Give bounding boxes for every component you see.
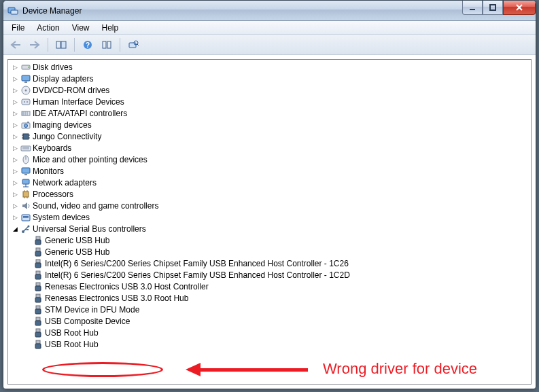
device-tree-pane: ▷Disk drives▷Display adapters▷DVD/CD-ROM…: [7, 59, 532, 385]
device-tree[interactable]: ▷Disk drives▷Display adapters▷DVD/CD-ROM…: [10, 61, 529, 350]
usb-device-icon: [33, 339, 44, 350]
svg-rect-44: [23, 192, 29, 197]
svg-rect-1: [11, 10, 18, 14]
usb-device-item[interactable]: USB Root Hub: [22, 327, 529, 338]
svg-rect-4: [56, 41, 60, 48]
menu-action[interactable]: Action: [31, 22, 65, 34]
usb-device-icon: [33, 281, 44, 292]
svg-rect-75: [36, 340, 40, 344]
usb-device-item[interactable]: STM Device in DFU Mode: [22, 304, 529, 315]
category-label: Human Interface Devices: [33, 97, 124, 107]
expand-icon[interactable]: ▷: [11, 179, 19, 187]
category-mice[interactable]: ▷Mice and other pointing devices: [10, 154, 529, 165]
svg-rect-29: [23, 134, 29, 139]
system-icon: [20, 212, 31, 223]
category-label: DVD/CD-ROM drives: [33, 86, 109, 95]
category-label: Processors: [33, 190, 73, 199]
device-tree-scroll[interactable]: ▷Disk drives▷Display adapters▷DVD/CD-ROM…: [8, 60, 531, 384]
expand-icon[interactable]: ▷: [11, 75, 19, 83]
svg-rect-73: [36, 329, 40, 332]
expand-icon[interactable]: ▷: [11, 98, 19, 106]
properties-button[interactable]: [99, 37, 115, 53]
svg-text:?: ?: [86, 41, 90, 49]
usb-device-icon: [33, 293, 44, 304]
category-hid[interactable]: ▷Human Interface Devices: [10, 96, 529, 107]
minimize-button[interactable]: [462, 1, 483, 15]
expand-icon[interactable]: ▷: [11, 156, 19, 164]
leaf-spacer: [23, 317, 31, 325]
scan-hardware-button[interactable]: [125, 37, 141, 53]
svg-rect-40: [24, 174, 27, 175]
svg-rect-19: [22, 99, 30, 105]
category-system[interactable]: ▷System devices: [10, 211, 529, 223]
svg-line-12: [137, 44, 139, 46]
menu-file[interactable]: File: [6, 22, 30, 34]
titlebar[interactable]: Device Manager: [3, 1, 536, 21]
category-keyboards[interactable]: ▷Keyboards: [10, 142, 529, 154]
expand-icon[interactable]: ▷: [11, 109, 19, 118]
category-label: IDE ATA/ATAPI controllers: [33, 109, 127, 118]
category-monitors[interactable]: ▷Monitors: [10, 165, 529, 177]
category-network[interactable]: ▷Network adapters: [10, 177, 529, 188]
svg-rect-69: [36, 306, 40, 309]
category-sound[interactable]: ▷Sound, video and game controllers: [10, 200, 529, 211]
category-display-adapters[interactable]: ▷Display adapters: [10, 73, 529, 84]
expand-icon[interactable]: ▷: [11, 167, 19, 175]
svg-rect-60: [35, 251, 41, 256]
svg-rect-51: [23, 217, 29, 218]
svg-rect-70: [35, 309, 41, 314]
menubar: File Action View Help: [3, 21, 536, 35]
usb-device-item[interactable]: Generic USB Hub: [22, 234, 529, 246]
sound-icon: [20, 200, 31, 211]
usb-device-item[interactable]: Intel(R) 6 Series/C200 Series Chipset Fa…: [22, 257, 529, 269]
collapse-icon[interactable]: ◢: [11, 225, 19, 233]
usb-device-item[interactable]: Renesas Electronics USB 3.0 Root Hub: [22, 292, 529, 304]
expand-icon[interactable]: ▷: [11, 213, 19, 221]
category-jungo[interactable]: ▷Jungo Connectivity: [10, 130, 529, 142]
expand-icon[interactable]: ▷: [11, 190, 19, 198]
expand-icon[interactable]: ▷: [11, 86, 19, 94]
usb-device-item[interactable]: Generic USB Hub: [22, 246, 529, 257]
toolbar-separator: [48, 38, 48, 52]
category-usb[interactable]: ◢Universal Serial Bus controllers: [10, 223, 529, 234]
show-hide-tree-button[interactable]: [53, 37, 69, 53]
device-manager-window: Device Manager File Action View Help ?: [3, 0, 536, 389]
expand-icon[interactable]: ▷: [11, 132, 19, 141]
usb-device-item[interactable]: Renesas Electronics USB 3.0 Host Control…: [22, 281, 529, 292]
leaf-spacer: [23, 236, 31, 245]
expand-icon[interactable]: ▷: [11, 202, 19, 210]
svg-rect-28: [27, 122, 29, 123]
svg-rect-9: [107, 41, 111, 48]
forward-button[interactable]: [27, 37, 43, 53]
expand-icon[interactable]: ▷: [11, 144, 19, 152]
usb-icon: [20, 224, 31, 234]
device-label: USB Root Hub: [45, 340, 99, 349]
usb-device-item[interactable]: Intel(R) 6 Series/C200 Series Chipset Fa…: [22, 269, 529, 281]
category-disk-drives[interactable]: ▷Disk drives: [10, 61, 529, 73]
expand-icon[interactable]: ▷: [11, 121, 19, 129]
menu-help[interactable]: Help: [97, 22, 124, 34]
maximize-button[interactable]: [483, 1, 503, 15]
usb-device-item[interactable]: USB Composite Device: [22, 315, 529, 327]
back-button[interactable]: [7, 37, 24, 53]
toolbar-separator: [74, 38, 75, 52]
ide-atapi-icon: [20, 108, 31, 119]
imaging-icon: [20, 120, 31, 130]
menu-view[interactable]: View: [67, 22, 95, 34]
category-label: Display adapters: [33, 74, 93, 84]
svg-point-21: [27, 101, 28, 103]
category-processors[interactable]: ▷Processors: [10, 188, 529, 200]
close-button[interactable]: [503, 1, 536, 15]
category-dvd-cdrom[interactable]: ▷DVD/CD-ROM drives: [10, 84, 529, 96]
help-button[interactable]: ?: [80, 37, 96, 53]
category-imaging[interactable]: ▷Imaging devices: [10, 119, 529, 130]
svg-rect-72: [35, 321, 41, 325]
leaf-spacer: [23, 283, 31, 291]
usb-device-item[interactable]: USB Root Hub: [22, 338, 529, 350]
usb-device-icon: [33, 327, 44, 338]
expand-icon[interactable]: ▷: [11, 63, 19, 71]
device-label: Renesas Electronics USB 3.0 Root Hub: [45, 293, 188, 303]
category-label: Disk drives: [33, 63, 73, 72]
svg-rect-76: [35, 344, 41, 349]
category-ide-atapi[interactable]: ▷IDE ATA/ATAPI controllers: [10, 107, 529, 119]
